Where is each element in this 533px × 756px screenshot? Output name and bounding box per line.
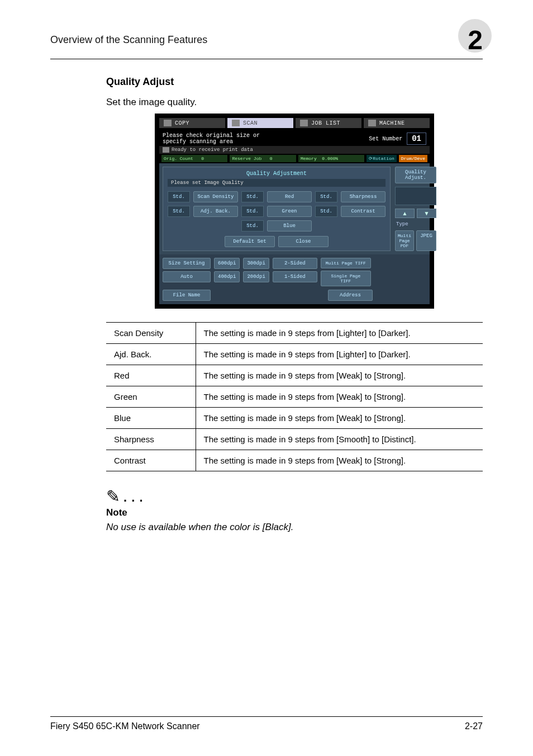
header-title: Overview of the Scanning Features (50, 34, 207, 46)
btn-quality-adjust[interactable]: Quality Adjust. (395, 167, 436, 183)
meter-memory: Memory 0.000% (298, 155, 364, 162)
btn-jpeg[interactable]: JPEG (416, 230, 436, 251)
side-preview (395, 187, 436, 205)
device-screenshot: COPY SCAN JOB LIST MACHINE Please check … (155, 114, 434, 309)
btn-green[interactable]: Green (267, 206, 312, 217)
copy-icon (164, 120, 172, 126)
chapter-number: 2 (449, 25, 483, 55)
tab-machine-label: MACHINE (379, 120, 405, 126)
section-title: Quality Adjust (106, 76, 483, 88)
table-row: BlueThe setting is made in 9 steps from … (106, 408, 483, 429)
btn-single-tiff[interactable]: Single Page TIFF (321, 271, 371, 286)
note-label: Note (106, 507, 483, 518)
btn-200dpi[interactable]: 200dpi (243, 271, 269, 282)
cell-desc: The setting is made in 9 steps from [Lig… (196, 344, 483, 365)
info-prompt-line2: specify scanning area (163, 139, 260, 145)
note-dots: . . . (123, 490, 144, 505)
std-label: Std. (315, 191, 337, 202)
section-intro: Set the image quality. (106, 97, 483, 108)
printer-icon (163, 147, 169, 153)
btn-multi-pdf[interactable]: Multi Page PDF (395, 230, 414, 251)
scan-icon (232, 120, 240, 126)
btn-multi-tiff[interactable]: Multi Page TIFF (321, 258, 371, 268)
btn-contrast[interactable]: Contrast (341, 206, 386, 217)
status-text: Ready to receive print data (172, 147, 253, 153)
table-row: Scan DensityThe setting is made in 9 ste… (106, 323, 483, 344)
info-prompt: Please check original size or specify sc… (163, 133, 260, 145)
std-label: Std. (241, 206, 264, 217)
btn-red[interactable]: Red (267, 191, 312, 202)
joblist-icon (300, 120, 308, 126)
btn-300dpi[interactable]: 300dpi (243, 258, 269, 269)
info-prompt-line1: Please check original size or (163, 133, 260, 139)
cell-desc: The setting is made in 9 steps from [Lig… (196, 323, 483, 344)
arrow-up[interactable]: ▲ (395, 209, 415, 218)
std-label: Std. (241, 220, 264, 231)
type-label: Type (395, 221, 436, 227)
cell-desc: The setting is made in 9 steps from [Wea… (196, 365, 483, 386)
table-row: RedThe setting is made in 9 steps from [… (106, 365, 483, 386)
settings-table: Scan DensityThe setting is made in 9 ste… (106, 322, 483, 471)
cell-name: Red (106, 365, 196, 386)
arrow-down[interactable]: ▼ (417, 209, 436, 218)
cell-desc: The setting is made in 9 steps from [Wea… (196, 408, 483, 429)
tab-machine[interactable]: MACHINE (364, 118, 430, 128)
meter-drum: Drum/Deve (399, 155, 427, 162)
btn-blue[interactable]: Blue (267, 220, 312, 231)
meter-reserve-job: Reserve Job 0 (230, 155, 296, 162)
btn-auto[interactable]: Auto (163, 271, 211, 282)
qa-header: Quality Adjustment (168, 171, 386, 177)
tab-copy[interactable]: COPY (159, 118, 225, 128)
cell-name: Blue (106, 408, 196, 429)
btn-400dpi[interactable]: 400dpi (214, 271, 240, 282)
btn-2sided[interactable]: 2-Sided (273, 258, 317, 269)
std-label: Std. (168, 206, 190, 217)
std-label: Std. (241, 191, 264, 202)
btn-default-set[interactable]: Default Set (225, 236, 275, 247)
tab-scan-label: SCAN (243, 120, 258, 126)
qa-hint: Please set Image Quality (168, 179, 386, 187)
meter-orig-count: Orig. Count 0 (161, 155, 227, 162)
std-label: Std. (315, 206, 337, 217)
btn-sharpness[interactable]: Sharpness (341, 191, 386, 202)
cell-desc: The setting is made in 9 steps from [Smo… (196, 429, 483, 450)
note-text: No use is available when the color is [B… (106, 522, 483, 533)
btn-600dpi[interactable]: 600dpi (214, 258, 240, 269)
std-label: Std. (168, 191, 190, 202)
btn-adj-back[interactable]: Adj. Back. (193, 206, 238, 217)
tab-joblist-label: JOB LIST (311, 120, 340, 126)
btn-size-setting[interactable]: Size Setting (163, 258, 211, 269)
note-icon: ✎ (106, 488, 120, 505)
tab-joblist[interactable]: JOB LIST (296, 118, 361, 128)
cell-desc: The setting is made in 9 steps from [Wea… (196, 386, 483, 408)
table-row: GreenThe setting is made in 9 steps from… (106, 386, 483, 408)
footer-product: Fiery S450 65C-KM Network Scanner (50, 721, 200, 731)
table-row: SharpnessThe setting is made in 9 steps … (106, 429, 483, 450)
btn-1sided[interactable]: 1-Sided (273, 271, 317, 282)
cell-name: Green (106, 386, 196, 408)
cell-desc: The setting is made in 9 steps from [Wea… (196, 450, 483, 471)
tab-scan[interactable]: SCAN (227, 118, 293, 128)
setnum-label: Set Number (369, 136, 402, 142)
cell-name: Scan Density (106, 323, 196, 344)
machine-icon (368, 120, 376, 126)
setnum-value: 01 (407, 133, 426, 145)
cell-name: Contrast (106, 450, 196, 471)
cell-name: Sharpness (106, 429, 196, 450)
btn-file-name[interactable]: File Name (163, 290, 211, 301)
btn-scan-density[interactable]: Scan Density (193, 191, 238, 202)
table-row: Ajd. Back.The setting is made in 9 steps… (106, 344, 483, 365)
table-row: ContrastThe setting is made in 9 steps f… (106, 450, 483, 471)
btn-address[interactable]: Address (328, 290, 373, 301)
cell-name: Ajd. Back. (106, 344, 196, 365)
btn-close[interactable]: Close (278, 236, 329, 247)
footer-page: 2-27 (465, 721, 483, 731)
meter-rotation: ⟳Rotation (367, 155, 396, 162)
tab-copy-label: COPY (175, 120, 189, 126)
